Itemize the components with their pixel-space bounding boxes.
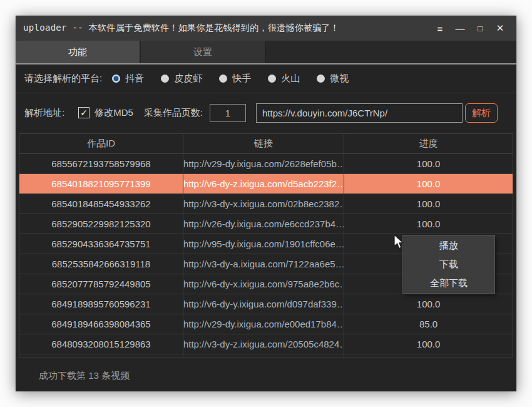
cell-empty: [19, 354, 183, 358]
radio-option-3[interactable]: 火山: [268, 73, 300, 85]
status-text: 成功下载第 13 条视频: [39, 370, 130, 382]
context-menu: 播放下载全部下载: [402, 235, 495, 294]
table-row[interactable]: 6849189895760596231http://v6-dy-y.ixigua…: [19, 294, 513, 314]
md5-label: 修改MD5: [95, 107, 133, 119]
table-row[interactable]: 6854018821095771399http://v6-dy-z.ixigua…: [19, 174, 513, 194]
cell-progress: 100.0: [344, 334, 513, 354]
cell-link: http://v3-dy-a.ixigua.com/7122aa6e5…: [183, 254, 344, 274]
cell-id: 6854018485454933262: [19, 194, 183, 214]
cell-progress: 100.0: [344, 174, 513, 194]
window-title: uploader -- 本软件属于免费软件！如果你是花钱得到的，很遗憾你被骗了！: [23, 23, 339, 34]
minimize-icon[interactable]: —: [450, 19, 470, 38]
cell-link: http://v26-dy.ixigua.com/e6ccd237b4…: [183, 214, 344, 234]
cell-id: 6852077785792449805: [19, 274, 183, 294]
cell-empty: [344, 354, 513, 358]
table-header-row: 作品ID 链接 进度: [19, 134, 513, 154]
pages-input[interactable]: [210, 104, 246, 122]
cell-progress: 100.0: [344, 294, 513, 314]
header-link[interactable]: 链接: [183, 134, 344, 154]
cell-progress: 100.0: [344, 154, 513, 174]
cell-id: 6849189466398084365: [19, 314, 183, 334]
cell-link: http://v95-dy.ixigua.com/1901cffc06e…: [183, 234, 344, 254]
checkmark-icon: ✓: [80, 108, 88, 118]
pages-label: 采集作品页数:: [144, 107, 203, 119]
radio-option-2[interactable]: 快手: [219, 73, 251, 85]
cell-empty: [183, 354, 344, 358]
tab-bar: 功能设置: [16, 41, 516, 64]
radio-option-1[interactable]: 皮皮虾: [161, 73, 202, 85]
window-controls: ≡ — □ ✕: [430, 19, 510, 38]
cell-link: http://v3-dy-x.ixigua.com/02b8ec2382…: [183, 194, 344, 214]
radio-label: 火山: [281, 73, 300, 85]
title-bar: uploader -- 本软件属于免费软件！如果你是花钱得到的，很遗憾你被骗了！…: [16, 16, 516, 41]
maximize-icon[interactable]: □: [470, 19, 490, 38]
table-row[interactable]: 6855672193758579968http://v29-dy.ixigua.…: [19, 154, 513, 174]
radio-icon: [219, 75, 227, 83]
radio-icon: [317, 75, 325, 83]
radio-label: 抖音: [125, 73, 144, 85]
header-progress[interactable]: 进度: [344, 134, 513, 154]
parse-button[interactable]: 解析: [465, 103, 498, 123]
menu-icon[interactable]: ≡: [430, 19, 450, 38]
url-input[interactable]: [256, 103, 463, 123]
radio-icon: [161, 75, 169, 83]
table-row[interactable]: 6848093208015129863http://v3-dy-z.ixigua…: [19, 334, 513, 354]
cell-link: http://v6-dy-y.ixigua.com/d097daf339…: [183, 294, 344, 314]
cell-id: 6852904336364735751: [19, 234, 183, 254]
cell-progress: 100.0: [344, 214, 513, 234]
table-row[interactable]: 6852905229982125320http://v26-dy.ixigua.…: [19, 214, 513, 234]
radio-option-0[interactable]: 抖音: [112, 73, 144, 85]
radio-label: 微视: [330, 73, 349, 85]
platform-label: 请选择解析的平台:: [24, 73, 102, 85]
app-window: uploader -- 本软件属于免费软件！如果你是花钱得到的，很遗憾你被骗了！…: [16, 16, 516, 391]
radio-icon: [112, 75, 120, 83]
mouse-cursor: [394, 234, 407, 250]
table-row-partial: [19, 354, 513, 358]
main-content: 请选择解析的平台: 抖音皮皮虾快手火山微视 解析地址: ✓ 修改MD5 采集作品…: [16, 64, 516, 390]
context-menu-item-2[interactable]: 全部下载: [403, 274, 494, 292]
context-menu-item-1[interactable]: 下载: [403, 255, 494, 274]
cell-link: http://v6-dy-x.ixigua.com/975a8e2b6c…: [183, 274, 344, 294]
cell-link: http://v6-dy-z.ixigua.com/d5acb223f2…: [183, 174, 344, 194]
radio-option-4[interactable]: 微视: [317, 73, 349, 85]
cell-link: http://v29-dy.ixigua.com/2628efef05b…: [183, 154, 344, 174]
context-menu-item-0[interactable]: 播放: [403, 236, 494, 255]
cell-link: http://v3-dy-z.ixigua.com/20505c4824…: [183, 334, 344, 354]
platform-options: 抖音皮皮虾快手火山微视: [112, 73, 366, 85]
header-work-id[interactable]: 作品ID: [19, 134, 183, 154]
cell-id: 6849189895760596231: [19, 294, 183, 314]
radio-icon: [268, 75, 276, 83]
cell-progress: 100.0: [344, 194, 513, 214]
md5-checkbox[interactable]: ✓: [78, 107, 90, 118]
cell-id: 6854018821095771399: [19, 174, 183, 194]
close-icon[interactable]: ✕: [490, 19, 510, 38]
tab-0[interactable]: 功能: [16, 41, 141, 63]
address-label: 解析地址:: [24, 107, 64, 119]
cell-id: 6855672193758579968: [19, 154, 183, 174]
cell-link: http://v29-dy.ixigua.com/e00ed17b84…: [183, 314, 344, 334]
parse-row: 解析地址: ✓ 修改MD5 采集作品页数: 解析: [16, 93, 516, 132]
radio-label: 皮皮虾: [174, 73, 202, 85]
table-row[interactable]: 6849189466398084365http://v29-dy.ixigua.…: [19, 314, 513, 334]
table-row[interactable]: 6854018485454933262http://v3-dy-x.ixigua…: [19, 194, 513, 214]
radio-label: 快手: [232, 73, 251, 85]
cell-id: 6852905229982125320: [19, 214, 183, 234]
platform-row: 请选择解析的平台: 抖音皮皮虾快手火山微视: [16, 64, 516, 93]
cell-id: 6852535842666319118: [19, 254, 183, 274]
cell-progress: 85.0: [344, 314, 513, 334]
tab-1[interactable]: 设置: [141, 41, 266, 63]
cell-id: 6848093208015129863: [19, 334, 183, 354]
